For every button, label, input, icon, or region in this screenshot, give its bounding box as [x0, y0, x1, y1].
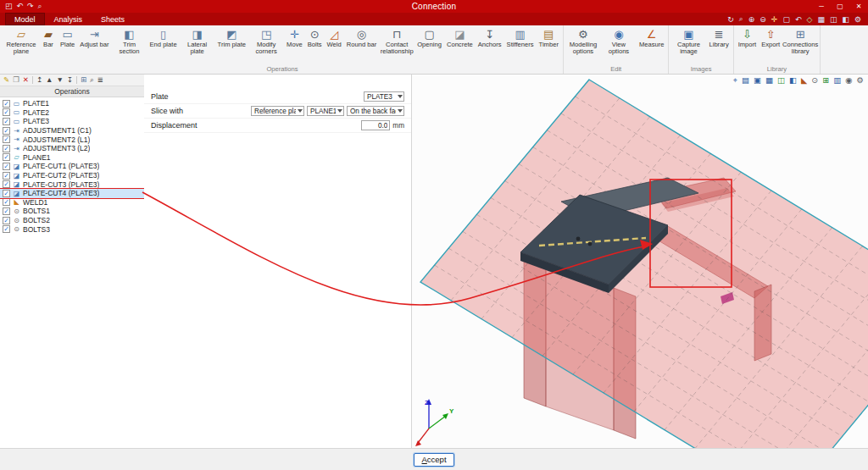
edit-icon[interactable]: ✎: [3, 75, 9, 86]
operation-item-weld1[interactable]: ✓◣WELD1: [0, 198, 144, 207]
viewport-3d[interactable]: ⌖▤▣▦◫◧◣⊙⊞▥◉⚙: [412, 75, 868, 449]
snapshot-icon[interactable]: ▣: [754, 75, 761, 86]
search-icon[interactable]: ⌕: [38, 0, 42, 13]
label-toggle-icon[interactable]: ▥: [833, 75, 841, 86]
plate-select[interactable]: PLATE3: [364, 91, 404, 102]
tab-analysis[interactable]: Analysis: [45, 13, 92, 25]
transparent-view-icon[interactable]: ◫: [777, 75, 785, 86]
ribbon-round-bar-button[interactable]: ◎Round bar: [344, 26, 379, 64]
delete-icon[interactable]: ✕: [23, 75, 29, 86]
zoom-window-icon[interactable]: ▢: [782, 15, 790, 24]
orbit-icon[interactable]: ↻: [727, 15, 734, 24]
slice-face-select[interactable]: On the back face: [347, 106, 404, 116]
checkbox[interactable]: ✓: [3, 163, 10, 170]
previous-view-icon[interactable]: ↶: [795, 15, 802, 24]
ribbon-stiffeners-button[interactable]: ▥Stiffeners: [504, 26, 537, 64]
orientation-icon[interactable]: ⌖: [733, 75, 737, 86]
operation-item-plate3[interactable]: ✓▭PLATE3: [0, 117, 144, 126]
operation-item-adjustment2-l1[interactable]: ✓⇥ADJUSTMENT2 (L1): [0, 135, 144, 144]
slice-source-select[interactable]: Reference plane: [251, 106, 304, 116]
wireframe-view-icon[interactable]: ◧: [789, 75, 797, 86]
close-button[interactable]: ✕: [849, 0, 868, 13]
weld-view-icon[interactable]: ◣: [801, 75, 807, 86]
maximize-button[interactable]: ▢: [831, 0, 849, 13]
operation-item-plane1[interactable]: ✓▱PLANE1: [0, 153, 144, 163]
find-icon[interactable]: ⌕: [90, 75, 94, 86]
save-icon[interactable]: ◰: [5, 0, 13, 13]
checkbox[interactable]: ✓: [3, 217, 10, 224]
operation-item-adjustment1-c1[interactable]: ✓⇥ADJUSTMENT1 (C1): [0, 126, 144, 135]
zoom-all-icon[interactable]: ⌕: [739, 14, 743, 24]
table-icon[interactable]: ⊞: [81, 75, 86, 86]
checkbox[interactable]: ✓: [3, 127, 10, 135]
displacement-input[interactable]: [361, 120, 390, 130]
operation-item-plate-cut4-plate3[interactable]: ✓◪PLATE-CUT4 (PLATE3): [0, 189, 144, 198]
operation-item-adjustment3-l2[interactable]: ✓⇥ADJUSTMENT3 (L2): [0, 144, 144, 153]
checkbox[interactable]: ✓: [3, 180, 10, 188]
zoom-in-icon[interactable]: ⊕: [748, 15, 755, 24]
checkbox[interactable]: ✓: [3, 145, 10, 152]
ribbon-timber-button[interactable]: ▤Timber: [537, 26, 561, 64]
checkbox[interactable]: ✓: [3, 118, 10, 125]
pan-icon[interactable]: ✛: [771, 15, 778, 24]
move-top-icon[interactable]: ↥: [36, 75, 42, 86]
ribbon-bolts-button[interactable]: ⊙Bolts: [305, 26, 325, 64]
print-icon[interactable]: ▤: [742, 75, 749, 86]
checkbox[interactable]: ✓: [3, 153, 10, 161]
checkbox[interactable]: ✓: [3, 207, 10, 215]
operation-item-plate-cut1-plate3[interactable]: ✓◪PLATE-CUT1 (PLATE3): [0, 162, 144, 171]
ribbon-view-options-button[interactable]: ◉View options: [601, 26, 637, 64]
copy-icon[interactable]: ❐: [13, 75, 19, 86]
operation-item-plate-cut3-plate3[interactable]: ✓◪PLATE-CUT3 (PLATE3): [0, 180, 144, 189]
accept-button[interactable]: Accept: [414, 453, 453, 467]
operation-item-bolts3[interactable]: ✓⊙BOLTS3: [0, 224, 144, 234]
ribbon-weld-button[interactable]: ◿Weld: [325, 26, 344, 64]
render-mode-icon[interactable]: ▦: [817, 15, 825, 24]
tab-sheets[interactable]: Sheets: [92, 13, 134, 25]
ribbon-import-button[interactable]: ⇩Import: [736, 26, 760, 64]
checkbox[interactable]: ✓: [3, 100, 10, 108]
ribbon-concrete-button[interactable]: ◪Concrete: [444, 26, 476, 64]
checkbox[interactable]: ✓: [3, 135, 10, 143]
ribbon-adjust-bar-button[interactable]: ⇥Adjust bar: [77, 26, 111, 64]
minimize-button[interactable]: ─: [812, 0, 831, 13]
ribbon-capture-image-button[interactable]: ▣Capture image: [670, 26, 706, 64]
perspective-icon[interactable]: ◇: [806, 15, 812, 24]
ribbon-move-button[interactable]: ✛Move: [284, 26, 305, 64]
ribbon-measure-button[interactable]: ∠Measure: [637, 26, 667, 64]
ribbon-contact-relationship-button[interactable]: ⊓Contact relationship: [379, 26, 415, 64]
ribbon-connections-library-button[interactable]: ⊞Connections library: [782, 26, 818, 64]
ribbon-end-plate-button[interactable]: ▯End plate: [147, 26, 180, 64]
bolt-view-icon[interactable]: ⊙: [811, 75, 818, 86]
move-down-icon[interactable]: ▼: [56, 75, 63, 86]
ribbon-trim-section-button[interactable]: ◧Trim section: [112, 26, 147, 64]
ribbon-library-button[interactable]: ≣Library: [706, 26, 731, 64]
operation-item-plate1[interactable]: ✓▭PLATE1: [0, 99, 144, 108]
checkbox[interactable]: ✓: [3, 108, 10, 116]
checkbox[interactable]: ✓: [3, 198, 10, 206]
operation-item-bolts1[interactable]: ✓⊙BOLTS1: [0, 207, 144, 216]
split-view-icon[interactable]: ◧: [842, 15, 849, 24]
checkbox[interactable]: ✓: [3, 190, 10, 197]
visibility-icon[interactable]: ◉: [845, 75, 852, 86]
tab-model[interactable]: Model: [5, 13, 45, 25]
ribbon-opening-button[interactable]: ▢Opening: [415, 26, 444, 64]
solid-view-icon[interactable]: ▦: [765, 75, 773, 86]
ribbon-plate-button[interactable]: ▭Plate: [58, 26, 77, 64]
list-icon[interactable]: ≣: [97, 75, 103, 86]
settings-icon[interactable]: ⚙: [854, 15, 861, 24]
checkbox[interactable]: ✓: [3, 225, 10, 233]
operation-item-bolts2[interactable]: ✓⊙BOLTS2: [0, 216, 144, 225]
ribbon-export-button[interactable]: ⇧Export: [759, 26, 782, 64]
operation-item-plate-cut2-plate3[interactable]: ✓◪PLATE-CUT2 (PLATE3): [0, 171, 144, 180]
move-up-icon[interactable]: ▲: [46, 75, 53, 86]
ribbon-reference-plane-button[interactable]: ▱Reference plane: [3, 26, 39, 64]
operation-item-plate2[interactable]: ✓▭PLATE2: [0, 108, 144, 118]
view-settings-icon[interactable]: ⚙: [856, 75, 864, 86]
undo-icon[interactable]: ↶: [17, 0, 24, 13]
ribbon-lateral-plate-button[interactable]: ◨Lateral plate: [180, 26, 215, 64]
ribbon-modify-corners-button[interactable]: ◳Modify corners: [248, 26, 284, 64]
panels-icon[interactable]: ◫: [830, 15, 837, 24]
move-bottom-icon[interactable]: ↧: [67, 75, 73, 86]
zoom-out-icon[interactable]: ⊖: [760, 15, 766, 24]
